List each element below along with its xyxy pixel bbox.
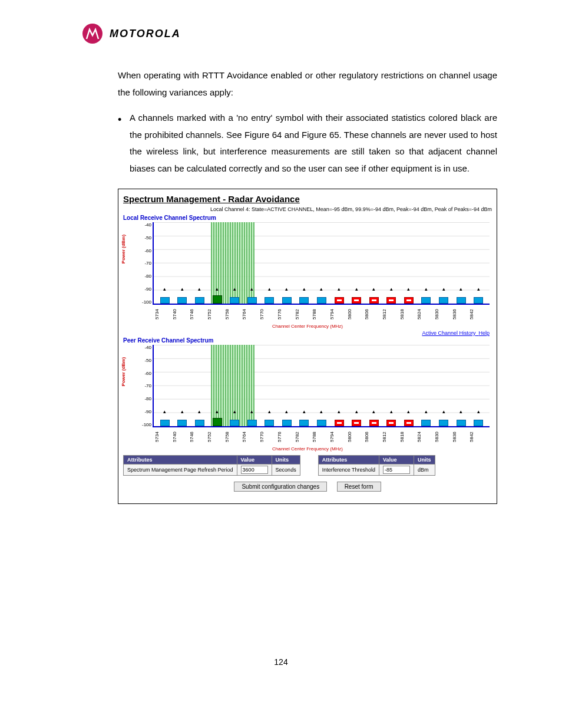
channel-slot[interactable]: ▴ — [400, 345, 418, 426]
x-tick-label: 5764 — [242, 429, 260, 445]
x-tick-label: 5800 — [348, 306, 365, 322]
y-axis-ticks: -40-50-60-70-80-90-100 — [123, 222, 151, 305]
bullet-item: • A channels marked with a 'no entry' sy… — [118, 110, 497, 177]
refresh-period-input[interactable] — [241, 466, 268, 474]
peak-marker-icon: ▴ — [390, 286, 393, 292]
channel-slot[interactable]: ▴ — [191, 222, 209, 304]
channel-slot[interactable]: ▴ — [174, 222, 191, 304]
x-axis-label-2: Channel Center Frequency (MHz) — [123, 446, 492, 452]
no-entry-icon — [386, 420, 396, 426]
intro-paragraph: When operating with RTTT Avoidance enabl… — [118, 67, 497, 101]
channel-slot[interactable]: ▴ — [418, 222, 435, 304]
x-tick-label: 5746 — [190, 429, 207, 445]
attr-unit2: dBm — [414, 465, 435, 476]
channel-slot[interactable]: ▴ — [365, 222, 383, 304]
channel-slot[interactable]: ▴ — [191, 345, 209, 426]
x-tick-label: 5812 — [382, 306, 400, 322]
peak-marker-icon: ▴ — [442, 286, 445, 292]
channel-slot[interactable]: ▴ — [174, 345, 191, 426]
x-axis-ticks: 5734574057465752575857645770577657825788… — [153, 306, 490, 322]
channel-status-line: Local Channel 4: State=ACTIVE CHANNEL, M… — [123, 206, 492, 212]
channel-slot[interactable]: ▴ — [452, 222, 470, 304]
x-tick-label: 5764 — [242, 306, 260, 322]
channel-slot[interactable]: ▴ — [383, 345, 401, 426]
channel-slot[interactable]: ▴ — [348, 345, 365, 426]
no-entry-icon — [369, 297, 379, 304]
peak-marker-icon: ▴ — [355, 409, 358, 414]
channel-slot[interactable]: ▴ — [365, 345, 383, 426]
channel-slot[interactable]: ▴ — [156, 345, 174, 426]
channel-slot[interactable]: ▴ — [278, 345, 296, 426]
channel-slot[interactable]: ▴ — [243, 345, 261, 426]
brand-name: MOTOROLA — [110, 28, 181, 40]
no-entry-icon — [404, 420, 414, 426]
channel-slot[interactable]: ▴ — [330, 222, 348, 304]
peak-marker-icon: ▴ — [250, 286, 253, 292]
channel-bar — [439, 297, 448, 304]
channel-slot[interactable]: ▴ — [313, 222, 330, 304]
channel-slot[interactable]: ▴ — [330, 345, 348, 426]
figure-container: Spectrum Management - Radar Avoidance Lo… — [118, 189, 497, 504]
peak-marker-icon: ▴ — [338, 409, 340, 414]
refresh-period-table: Attributes Value Units Spectrum Manageme… — [123, 455, 300, 476]
attribute-tables: Attributes Value Units Spectrum Manageme… — [123, 455, 492, 476]
channel-slot[interactable]: ▴ — [435, 345, 452, 426]
channel-slot[interactable]: ▴ — [348, 222, 365, 304]
help-link[interactable]: Help — [478, 330, 490, 336]
x-tick-label: 5746 — [190, 306, 207, 322]
channel-slot[interactable]: ▴ — [470, 345, 487, 426]
peak-marker-icon: ▴ — [459, 409, 462, 414]
peak-marker-icon: ▴ — [285, 409, 288, 414]
x-tick-label: 5782 — [295, 306, 313, 322]
channel-bar — [247, 420, 257, 426]
peer-spectrum-chart: Power (dBm) -40-50-60-70-80-90-100 ▴▴▴▴▴… — [123, 345, 492, 445]
channel-slot[interactable]: ▴ — [313, 345, 330, 426]
channel-slot[interactable]: ▴ — [435, 222, 452, 304]
active-channel-bar — [213, 295, 222, 304]
channel-slot[interactable]: ▴ — [296, 222, 313, 304]
channel-slot[interactable]: ▴ — [156, 222, 174, 304]
channel-slot[interactable]: ▴ — [418, 345, 435, 426]
x-tick-label: 5818 — [400, 306, 418, 322]
channel-slot[interactable]: ▴ — [209, 345, 226, 426]
th-attr2: Attributes — [318, 456, 379, 465]
channel-slot[interactable]: ▴ — [226, 345, 243, 426]
peak-marker-icon: ▴ — [320, 286, 323, 292]
peak-marker-icon: ▴ — [425, 409, 428, 414]
x-tick-label: 5836 — [452, 306, 470, 322]
channel-bar — [230, 420, 239, 426]
x-tick-label: 5824 — [417, 429, 435, 445]
channel-slot[interactable]: ▴ — [452, 345, 470, 426]
channel-slot[interactable]: ▴ — [209, 222, 226, 304]
channel-slot[interactable]: ▴ — [243, 222, 261, 304]
x-tick-label: 5734 — [155, 306, 173, 322]
interference-threshold-input[interactable] — [383, 466, 410, 474]
channel-slot[interactable]: ▴ — [400, 222, 418, 304]
channel-bar — [265, 420, 274, 426]
peak-marker-icon: ▴ — [355, 286, 358, 292]
peak-marker-icon: ▴ — [407, 409, 410, 414]
th-unit2: Units — [414, 456, 435, 465]
channel-slot[interactable]: ▴ — [470, 222, 487, 304]
channel-slot[interactable]: ▴ — [226, 222, 243, 304]
chart2-title: Peer Receive Channel Spectrum — [123, 337, 492, 344]
reset-button[interactable]: Reset form — [337, 482, 381, 492]
peak-marker-icon: ▴ — [407, 286, 410, 292]
channel-slot[interactable]: ▴ — [260, 345, 278, 426]
channel-slot[interactable]: ▴ — [278, 222, 296, 304]
submit-button[interactable]: Submit configuration changes — [234, 482, 327, 492]
channel-slot[interactable]: ▴ — [296, 345, 313, 426]
no-entry-icon — [352, 420, 361, 426]
attr-name: Spectrum Management Page Refresh Period — [124, 465, 237, 476]
channel-bar — [265, 297, 274, 304]
x-tick-label: 5758 — [225, 306, 243, 322]
channel-bar — [421, 297, 431, 304]
channel-slot[interactable]: ▴ — [383, 222, 401, 304]
bullet-icon: • — [118, 110, 130, 177]
channel-bar — [474, 420, 483, 426]
x-tick-label: 5806 — [365, 429, 382, 445]
peak-marker-icon: ▴ — [163, 286, 166, 292]
channel-bar — [195, 420, 204, 426]
active-channel-history-link[interactable]: Active Channel History — [422, 330, 475, 336]
channel-slot[interactable]: ▴ — [260, 222, 278, 304]
